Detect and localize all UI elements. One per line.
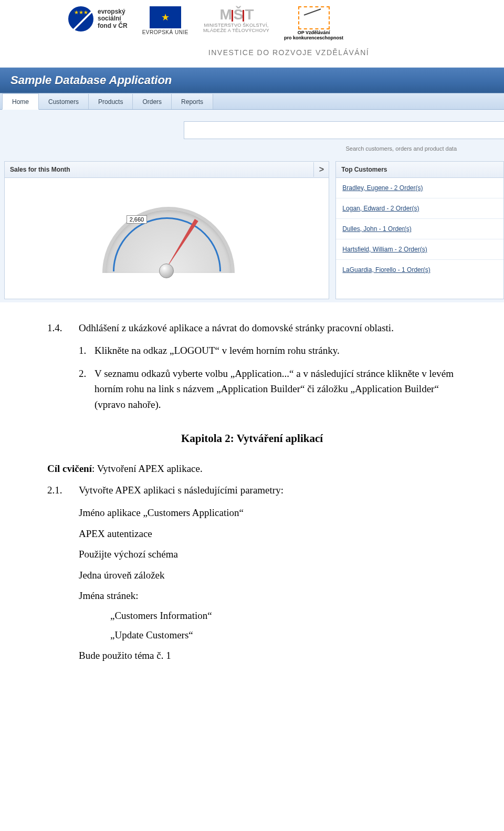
page-name: „Update Customers“ — [110, 627, 457, 643]
op-box-icon — [298, 6, 330, 29]
tab-customers[interactable]: Customers — [39, 94, 89, 109]
tab-home[interactable]: Home — [2, 93, 39, 110]
esf-line3: fond v ČR — [98, 23, 128, 29]
customer-link[interactable]: LaGuardia, Fiorello - 1 Order(s) — [336, 260, 503, 280]
goal-text: : Vytvoření APEX aplikace. — [92, 463, 203, 474]
sales-panel: Sales for this Month > 2,660 — [4, 161, 329, 299]
step-text: V seznamu odkazů vyberte volbu „Applicat… — [94, 366, 457, 412]
app-screenshot: Sample Database Application Home Custome… — [0, 67, 504, 302]
app-titlebar: Sample Database Application — [0, 68, 504, 93]
gauge-value-label: 2,660 — [127, 215, 148, 224]
section-number: 2.1. — [47, 482, 79, 498]
esf-logo: evropský sociální fond v ČR — [68, 6, 128, 31]
param-line: Použijte výchozí schéma — [79, 546, 457, 562]
customer-link[interactable]: Logan, Edward - 2 Order(s) — [336, 198, 503, 219]
search-input[interactable] — [184, 121, 504, 139]
sponsor-logos: evropský sociální fond v ČR ★ EVROPSKÁ U… — [0, 0, 504, 45]
search-hint: Search customers, orders and product dat… — [0, 139, 504, 161]
customer-link[interactable]: Hartsfield, William - 2 Order(s) — [336, 239, 503, 260]
msmt-mark-icon: MŠT — [219, 6, 253, 23]
esf-flag-icon — [68, 6, 93, 31]
tab-orders[interactable]: Orders — [133, 94, 172, 109]
param-line: Bude použito téma č. 1 — [79, 648, 457, 663]
app-title: Sample Database Application — [0, 73, 172, 87]
document-body: 1.4. Odhlášení z ukázkové aplikace a náv… — [0, 302, 504, 690]
param-line: Jména stránek: — [79, 588, 457, 603]
section-number: 1.4. — [47, 320, 79, 335]
section-text: Odhlášení z ukázkové aplikace a návrat d… — [79, 320, 457, 335]
customer-link[interactable]: Dulles, John - 1 Order(s) — [336, 219, 503, 239]
panel-collapse-button[interactable]: > — [313, 162, 329, 177]
op-logo: OP Vzdělávání pro konkurenceschopnost — [284, 6, 343, 41]
app-tabs: Home Customers Products Orders Reports — [0, 93, 504, 110]
tab-products[interactable]: Products — [89, 94, 133, 109]
step-number: 2. — [79, 366, 94, 412]
top-customers-title: Top Customers — [341, 166, 387, 173]
eu-flag-icon: ★ — [150, 6, 181, 28]
param-line: Jedna úroveň záložek — [79, 567, 457, 583]
param-line: Jméno aplikace „Customers Application“ — [79, 505, 457, 520]
sales-panel-title: Sales for this Month — [10, 166, 70, 173]
eu-label: EVROPSKÁ UNIE — [142, 29, 188, 35]
top-customers-panel: Top Customers Bradley, Eugene - 2 Order(… — [335, 161, 504, 299]
msmt-line2: MLÁDEŽE A TĚLOVÝCHOVY — [203, 28, 269, 34]
step-text: Klikněte na odkaz „LOGOUT“ v levém horní… — [94, 343, 457, 358]
invest-tagline: INVESTICE DO ROZVOJE VZDĚLÁVÁNÍ — [0, 45, 504, 67]
chapter-title: Kapitola 2: Vytváření aplikací — [47, 430, 457, 447]
goal-label: Cíl cvičení — [47, 463, 92, 474]
eu-logo: ★ EVROPSKÁ UNIE — [142, 6, 188, 35]
step-number: 1. — [79, 343, 94, 358]
page-name: „Customers Information“ — [110, 608, 457, 623]
tab-reports[interactable]: Reports — [172, 94, 213, 109]
msmt-logo: MŠT MINISTERSTVO ŠKOLSTVÍ, MLÁDEŽE A TĚL… — [203, 6, 269, 34]
customer-link[interactable]: Bradley, Eugene - 2 Order(s) — [336, 178, 503, 198]
esf-line2: sociální — [98, 15, 128, 22]
section-text: Vytvořte APEX aplikaci s následujícími p… — [79, 482, 457, 498]
op-line2: pro konkurenceschopnost — [284, 36, 343, 41]
param-line: APEX autentizace — [79, 526, 457, 541]
sales-gauge: 2,660 — [96, 191, 238, 286]
